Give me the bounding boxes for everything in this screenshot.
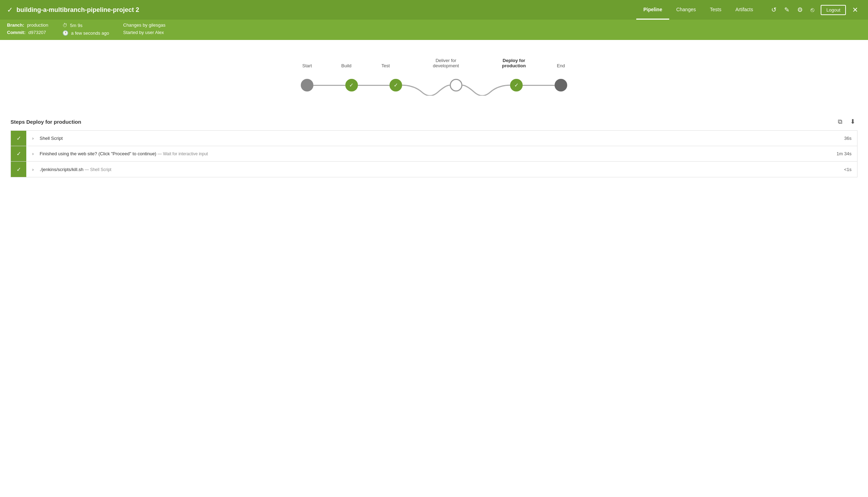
time-icon: 🕐 [62, 30, 68, 36]
steps-section: Steps Deploy for production ⧉ ⬇ ✓ › Shel… [0, 110, 868, 184]
commit-label: Commit: [7, 30, 26, 35]
chevron-right-icon-1: › [32, 151, 34, 156]
step-expand-2[interactable]: › [26, 167, 37, 172]
exit-button[interactable]: ⎋ [808, 4, 817, 16]
step-duration-2: <1s [839, 163, 857, 176]
branch-value: production [27, 22, 48, 28]
steps-table: ✓ › Shell Script 36s ✓ › Finished using … [11, 130, 857, 177]
connector-build-test [358, 85, 390, 86]
header-nav: Pipeline Changes Tests Artifacts [636, 0, 760, 20]
step-expand-1[interactable]: › [26, 151, 37, 156]
steps-title: Steps Deploy for production [11, 119, 81, 125]
steps-actions: ⧉ ⬇ [836, 117, 857, 126]
step-row: ✓ › Shell Script 36s [11, 131, 857, 146]
download-button[interactable]: ⬇ [848, 117, 857, 126]
open-in-new-icon: ⧉ [838, 118, 842, 125]
steps-header: Steps Deploy for production ⧉ ⬇ [11, 117, 857, 126]
stage-label-start: Start [301, 63, 313, 68]
meta-col-middle: ⏱ 5m 9s 🕐 a few seconds ago [62, 22, 109, 36]
changes-row: Changes by gilesgas [123, 22, 165, 28]
started-row: Started by user Alex [123, 30, 165, 35]
header-icons: ↺ ✎ ⚙ ⎋ Logout ✕ [768, 4, 861, 16]
replay-button[interactable]: ↺ [768, 4, 779, 16]
step-label-0: Shell Script [40, 136, 63, 141]
download-icon: ⬇ [850, 118, 855, 125]
tab-changes[interactable]: Changes [669, 0, 703, 20]
exit-icon: ⎋ [811, 6, 814, 14]
step-name-2: ./jenkins/scripts/kill.sh — Shell Script [37, 163, 839, 176]
tab-pipeline[interactable]: Pipeline [636, 0, 669, 20]
step-check-2: ✓ [11, 162, 26, 177]
stage-node-deploy[interactable]: ✓ [510, 79, 523, 91]
step-duration-1: 1m 34s [831, 148, 857, 160]
stage-node-build[interactable]: ✓ [345, 79, 358, 91]
stage-node-start[interactable] [301, 79, 313, 91]
header-check-icon: ✓ [7, 6, 13, 14]
close-button[interactable]: ✕ [849, 4, 861, 16]
stage-node-test[interactable]: ✓ [389, 79, 402, 91]
step-check-1: ✓ [11, 146, 26, 161]
pipeline-area: Start Build Test Deliver for development… [0, 40, 868, 110]
step-name-1: Finished using the web site? (Click "Pro… [37, 148, 831, 160]
changes-value: Changes by gilesgas [123, 22, 165, 28]
stage-label-deliver: Deliver for development [432, 58, 460, 68]
step-type-1: — Wait for interactive input [158, 151, 208, 156]
tab-artifacts[interactable]: Artifacts [728, 0, 760, 20]
stage-node-deliver[interactable] [450, 79, 462, 91]
commit-row: Commit: d973207 [7, 30, 48, 35]
time-value: a few seconds ago [71, 30, 109, 36]
branch-label: Branch: [7, 22, 24, 28]
connector-test-deliver [402, 75, 450, 96]
time-row: 🕐 a few seconds ago [62, 30, 109, 36]
step-row: ✓ › ./jenkins/scripts/kill.sh — Shell Sc… [11, 162, 857, 177]
logout-button[interactable]: Logout [821, 5, 846, 15]
connector-deploy-end [523, 85, 555, 86]
settings-icon: ⚙ [797, 6, 803, 14]
duration-row: ⏱ 5m 9s [62, 22, 109, 28]
step-expand-0[interactable]: › [26, 136, 37, 141]
open-in-new-button[interactable]: ⧉ [836, 117, 845, 126]
meta-col-left: Branch: production Commit: d973207 [7, 22, 48, 35]
stage-label-build: Build [340, 63, 353, 68]
step-label-2: ./jenkins/scripts/kill.sh [40, 167, 83, 172]
step-row: ✓ › Finished using the web site? (Click … [11, 146, 857, 162]
branch-row: Branch: production [7, 22, 48, 28]
header: ✓ building-a-multibranch-pipeline-projec… [0, 0, 868, 20]
commit-value: d973207 [28, 30, 46, 35]
started-value: Started by user Alex [123, 30, 164, 35]
edit-button[interactable]: ✎ [781, 4, 792, 16]
step-label-1: Finished using the web site? (Click "Pro… [40, 151, 156, 156]
meta-col-right: Changes by gilesgas Started by user Alex [123, 22, 165, 35]
meta-bar: Branch: production Commit: d973207 ⏱ 5m … [0, 20, 868, 40]
step-duration-0: 36s [839, 132, 857, 144]
step-type-2: — Shell Script [85, 167, 111, 172]
stage-label-test: Test [379, 63, 392, 68]
connector-deliver-deploy [462, 75, 510, 96]
duration-icon: ⏱ [62, 22, 67, 28]
connector-start-build [313, 85, 345, 86]
step-name-0: Shell Script [37, 132, 839, 144]
chevron-right-icon-2: › [32, 167, 34, 172]
duration-value: 5m 9s [70, 23, 82, 28]
check-icon-1: ✓ [16, 150, 21, 157]
tab-tests[interactable]: Tests [703, 0, 728, 20]
replay-icon: ↺ [771, 6, 777, 14]
step-check-0: ✓ [11, 131, 26, 146]
stage-node-end[interactable] [555, 79, 567, 91]
check-icon-0: ✓ [16, 135, 21, 142]
page-title: building-a-multibranch-pipeline-project … [16, 6, 139, 14]
edit-icon: ✎ [784, 6, 789, 14]
stage-label-end: End [555, 63, 567, 68]
header-title-area: ✓ building-a-multibranch-pipeline-projec… [7, 6, 139, 14]
settings-button[interactable]: ⚙ [794, 4, 806, 16]
stage-label-deploy: Deploy for production [500, 58, 528, 68]
chevron-right-icon-0: › [32, 136, 34, 141]
check-icon-2: ✓ [16, 166, 21, 173]
